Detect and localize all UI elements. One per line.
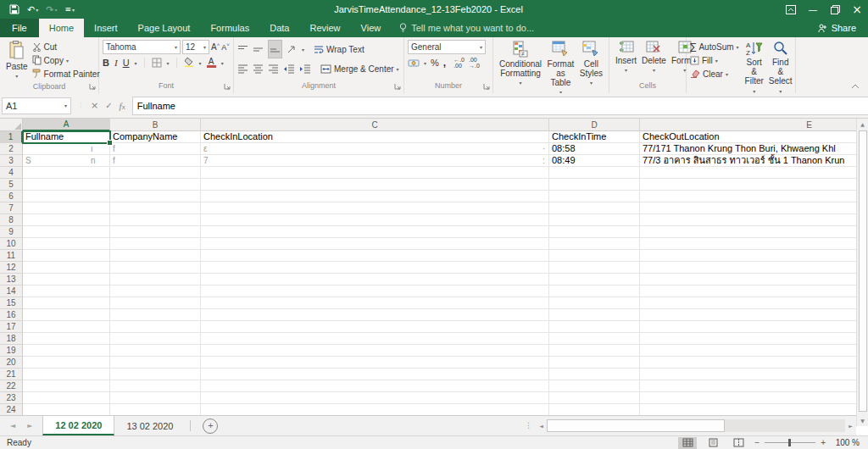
- row-header-4[interactable]: 4: [0, 167, 23, 179]
- row-header-10[interactable]: 10: [0, 238, 23, 250]
- cell-C18[interactable]: [201, 333, 549, 345]
- percent-style-button[interactable]: %: [431, 58, 439, 68]
- font-color-dropdown-icon[interactable]: ▾: [221, 60, 224, 66]
- wrap-text-button[interactable]: Wrap Text: [314, 42, 364, 56]
- cell-A12[interactable]: [23, 262, 110, 274]
- cell-D6[interactable]: [549, 191, 640, 202]
- cell-C11[interactable]: [201, 250, 549, 262]
- share-button[interactable]: Share: [806, 19, 868, 37]
- formula-input[interactable]: Fullname: [132, 97, 868, 115]
- cell-C9[interactable]: [201, 226, 549, 238]
- save-button[interactable]: [7, 3, 22, 15]
- horizontal-scroll-thumb[interactable]: [547, 419, 725, 432]
- underline-dropdown-icon[interactable]: ▾: [135, 60, 137, 66]
- cell-D12[interactable]: [549, 262, 640, 274]
- cell-A18[interactable]: [23, 333, 110, 345]
- sheet-nav-left-icon[interactable]: ◄: [10, 423, 15, 430]
- collapse-ribbon-icon[interactable]: [851, 84, 860, 89]
- cell-D20[interactable]: [549, 357, 640, 369]
- align-left-icon[interactable]: [237, 64, 248, 74]
- row-header-22[interactable]: 22: [0, 380, 23, 392]
- cut-button[interactable]: Cut: [32, 40, 100, 53]
- cell-A3[interactable]: Sn: [23, 155, 110, 167]
- close-button[interactable]: ×: [846, 0, 868, 19]
- merge-dropdown-icon[interactable]: ▾: [397, 66, 399, 72]
- undo-button[interactable]: ↶▾: [25, 4, 41, 15]
- comma-style-button[interactable]: ,: [443, 57, 446, 69]
- cell-A8[interactable]: [23, 214, 110, 226]
- cell-C13[interactable]: [201, 274, 549, 285]
- cell-D1[interactable]: CheckInTime: [549, 131, 640, 143]
- cell-C24[interactable]: [201, 404, 549, 415]
- vertical-scroll-thumb[interactable]: [859, 130, 867, 412]
- zoom-track[interactable]: [765, 442, 815, 443]
- grow-font-button[interactable]: A˄: [211, 42, 220, 52]
- column-header-C[interactable]: C: [201, 119, 549, 131]
- delete-cells-button[interactable]: Delete▾: [639, 40, 669, 80]
- decrease-indent-icon[interactable]: [283, 64, 295, 74]
- cell-C1[interactable]: CheckInLocation: [201, 131, 549, 143]
- new-sheet-button[interactable]: +: [203, 419, 218, 434]
- cell-A1[interactable]: Fullname: [23, 131, 110, 143]
- cell-D10[interactable]: [549, 238, 640, 250]
- font-size-select[interactable]: 12▾: [182, 40, 209, 54]
- cell-C2[interactable]: ε·: [201, 143, 549, 155]
- cell-A13[interactable]: [23, 274, 110, 285]
- cell-B14[interactable]: [110, 285, 201, 297]
- row-header-7[interactable]: 7: [0, 202, 23, 214]
- cell-C7[interactable]: [201, 202, 549, 214]
- page-break-view-button[interactable]: [729, 437, 748, 449]
- font-color-button[interactable]: A: [207, 58, 216, 68]
- cell-B20[interactable]: [110, 357, 201, 369]
- cell-D2[interactable]: 08:58: [549, 143, 640, 155]
- cell-E14[interactable]: [640, 285, 856, 297]
- conditional-formatting-button[interactable]: ≠ Conditional Formatting▾: [497, 40, 544, 97]
- cell-B11[interactable]: [110, 250, 201, 262]
- cell-B7[interactable]: [110, 202, 201, 214]
- cell-styles-button[interactable]: Cell Styles▾: [577, 40, 605, 97]
- cell-D3[interactable]: 08:49: [549, 155, 640, 167]
- top-align-icon[interactable]: [237, 45, 248, 54]
- cell-B21[interactable]: [110, 369, 201, 380]
- align-center-icon[interactable]: [253, 64, 264, 74]
- orientation-icon[interactable]: [287, 45, 298, 54]
- column-header-D[interactable]: D: [549, 119, 640, 131]
- row-header-9[interactable]: 9: [0, 226, 23, 238]
- cell-C5[interactable]: [201, 179, 549, 191]
- cell-E21[interactable]: [640, 369, 856, 380]
- cell-E9[interactable]: [640, 226, 856, 238]
- cell-A21[interactable]: [23, 369, 110, 380]
- cell-D5[interactable]: [549, 179, 640, 191]
- row-header-12[interactable]: 12: [0, 262, 23, 274]
- horizontal-scrollbar[interactable]: ⋮ ◄ ►: [525, 416, 856, 435]
- borders-icon[interactable]: [152, 58, 162, 68]
- cell-B10[interactable]: [110, 238, 201, 250]
- cell-B3[interactable]: f: [110, 155, 201, 167]
- cell-D11[interactable]: [549, 250, 640, 262]
- row-header-5[interactable]: 5: [0, 179, 23, 191]
- cell-D8[interactable]: [549, 214, 640, 226]
- increase-indent-icon[interactable]: [299, 64, 311, 74]
- cell-B8[interactable]: [110, 214, 201, 226]
- cell-A6[interactable]: [23, 191, 110, 202]
- column-header-B[interactable]: B: [110, 119, 201, 131]
- cell-E13[interactable]: [640, 274, 856, 285]
- cell-E3[interactable]: 77/3 อาคาร สินสาธร ทาวเวอร์ ชั้น 1 Thano…: [640, 155, 856, 167]
- enter-button[interactable]: ✓: [105, 102, 112, 110]
- align-right-icon[interactable]: [268, 64, 279, 74]
- format-as-table-button[interactable]: Format as Table▾: [544, 40, 577, 97]
- row-header-23[interactable]: 23: [0, 392, 23, 404]
- copy-button[interactable]: Copy ▾: [32, 53, 100, 67]
- restore-button[interactable]: [824, 0, 846, 19]
- tab-home[interactable]: Home: [39, 19, 84, 37]
- underline-button[interactable]: U: [123, 58, 130, 68]
- cell-B24[interactable]: [110, 404, 201, 415]
- cell-D21[interactable]: [549, 369, 640, 380]
- sheet-nav-right-icon[interactable]: ►: [27, 423, 32, 430]
- row-header-16[interactable]: 16: [0, 309, 23, 321]
- row-header-24[interactable]: 24: [0, 404, 23, 415]
- cell-E1[interactable]: CheckOutLocation: [640, 131, 856, 143]
- middle-align-icon[interactable]: [253, 45, 264, 54]
- autosum-button[interactable]: ∑AutoSum▾: [690, 40, 739, 53]
- redo-dropdown-icon[interactable]: ▾: [54, 7, 57, 13]
